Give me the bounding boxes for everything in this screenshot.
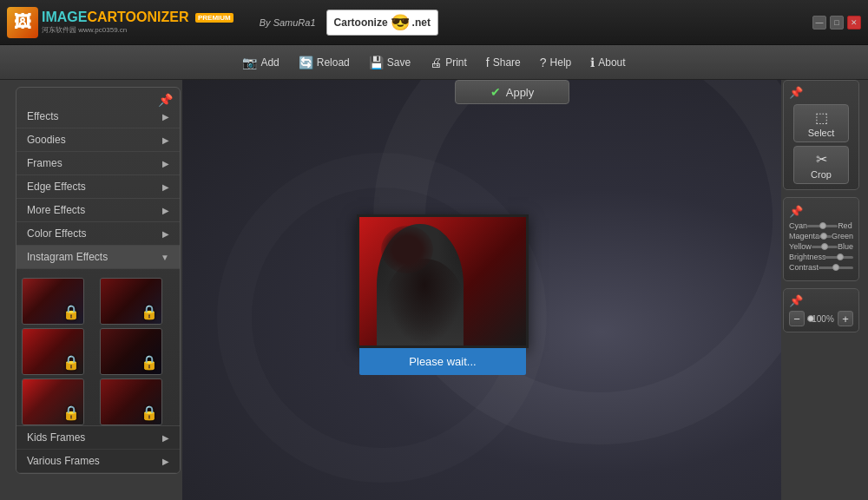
window-controls: — □ ✕ — [812, 16, 861, 30]
crop-button[interactable]: ✂ Crop — [793, 146, 849, 184]
edge-effects-label: Edge Effects — [27, 181, 86, 193]
yellow-blue-row: Yellow Blue — [789, 242, 853, 251]
print-icon: 🖨 — [430, 56, 442, 69]
more-effects-arrow-icon: ▶ — [162, 206, 169, 215]
portrait-head — [381, 226, 433, 273]
add-button[interactable]: 📷 Add — [233, 52, 287, 73]
print-label: Print — [445, 56, 467, 69]
thumb-item-1[interactable]: 🔒 — [22, 278, 84, 325]
select-button[interactable]: ⬚ Select — [793, 104, 849, 142]
add-icon: 📷 — [242, 56, 257, 69]
lock-icon-4: 🔒 — [141, 354, 158, 371]
share-icon: f — [486, 56, 490, 69]
zoom-in-icon: + — [842, 312, 849, 326]
goodies-arrow-icon: ▶ — [162, 135, 169, 145]
close-button[interactable]: ✕ — [847, 16, 861, 30]
by-author: By SamuRa1 — [260, 17, 316, 28]
cyan-red-thumb — [819, 222, 826, 229]
yellow-blue-slider[interactable] — [812, 246, 838, 248]
zoom-out-button[interactable]: − — [789, 311, 805, 326]
zoom-out-icon: − — [793, 312, 800, 326]
sidebar-menu: Effects ▶ Goodies ▶ Frames ▶ Edge Effect… — [16, 105, 180, 269]
lock-icon-3: 🔒 — [62, 354, 80, 371]
apply-bar: ✔ Apply — [330, 80, 694, 104]
frames-arrow-icon: ▶ — [162, 159, 169, 168]
logo-icon-box: 🖼 — [7, 7, 38, 38]
help-button[interactable]: ? Help — [531, 52, 580, 73]
sidebar-item-more-effects[interactable]: More Effects ▶ — [16, 199, 180, 222]
toolbar: 📷 Add 🔄 Reload 💾 Save 🖨 Print f Share ? … — [0, 45, 868, 80]
select-label: Select — [808, 128, 835, 138]
sidebar-item-color-effects[interactable]: Color Effects ▶ — [16, 222, 180, 246]
maximize-button[interactable]: □ — [830, 16, 844, 30]
lock-icon-2: 🔒 — [141, 304, 158, 320]
instagram-effects-label: Instagram Effects — [27, 251, 108, 263]
zoom-slider[interactable] — [807, 318, 808, 320]
brightness-thumb — [837, 253, 844, 260]
minimize-button[interactable]: — — [812, 16, 826, 30]
logo-title: IMAGECARTOONIZER PREMIUM — [42, 10, 233, 25]
print-button[interactable]: 🖨 Print — [421, 52, 476, 73]
zoom-in-button[interactable]: + — [838, 311, 853, 326]
sidebar-item-various-frames[interactable]: Various Frames ▶ — [16, 450, 180, 473]
tool-panel: 📌 ⬚ Select ✂ Crop — [783, 80, 859, 190]
thumb-item-6[interactable]: 🔒 — [100, 378, 162, 425]
thumb-item-4[interactable]: 🔒 — [100, 328, 162, 375]
logo-icon: 🖼 — [14, 12, 31, 32]
green-label: Green — [832, 232, 853, 240]
crop-label: Crop — [811, 169, 832, 180]
magenta-green-row: Magenta Green — [789, 232, 853, 240]
image-container: Please wait... — [357, 214, 529, 375]
save-button[interactable]: 💾 Save — [360, 52, 419, 73]
color-effects-label: Color Effects — [27, 227, 86, 240]
premium-badge: PREMIUM — [195, 13, 233, 23]
select-icon: ⬚ — [815, 109, 828, 126]
goodies-label: Goodies — [27, 134, 66, 146]
sidebar-item-effects[interactable]: Effects ▶ — [16, 105, 180, 128]
magenta-green-slider[interactable] — [817, 235, 832, 238]
logo-text-group: IMAGECARTOONIZER PREMIUM 河东软件园 www.pc035… — [42, 10, 233, 35]
image-text: IMAGE — [42, 10, 87, 24]
thumbnail-grid: 🔒 🔒 🔒 🔒 🔒 🔒 — [16, 273, 180, 431]
thumb-item-2[interactable]: 🔒 — [100, 278, 162, 325]
edge-effects-arrow-icon: ▶ — [162, 182, 169, 192]
cartoonize-net-badge: Cartoonize 😎 .net — [326, 10, 438, 36]
reload-icon: 🔄 — [299, 56, 313, 69]
red-label: Red — [838, 221, 853, 230]
help-icon: ? — [540, 56, 547, 69]
zoom-panel: 📌 − 100% + — [783, 288, 859, 332]
tool-panel-pin-icon: 📌 — [789, 86, 803, 99]
about-button[interactable]: ℹ About — [582, 52, 634, 73]
dot-net-label: .net — [412, 16, 431, 29]
apply-label: Apply — [506, 86, 535, 99]
lock-icon-5: 🔒 — [62, 405, 80, 421]
kids-frames-arrow-icon: ▶ — [162, 433, 169, 443]
about-label: About — [598, 56, 625, 69]
frames-label: Frames — [27, 157, 62, 169]
thumb-item-5[interactable]: 🔒 — [22, 378, 84, 425]
sidebar-item-goodies[interactable]: Goodies ▶ — [16, 128, 180, 152]
sidebar-item-kids-frames[interactable]: Kids Frames ▶ — [16, 426, 180, 450]
sidebar-pin-icon[interactable]: 📌 — [158, 93, 173, 107]
share-button[interactable]: f Share — [477, 52, 529, 73]
various-frames-label: Various Frames — [27, 455, 100, 467]
sidebar-item-frames[interactable]: Frames ▶ — [16, 152, 180, 175]
color-panel: 📌 Cyan Red Magenta Green Yellow Blue Bri… — [783, 197, 859, 281]
zoom-panel-pin-icon: 📌 — [789, 294, 853, 307]
yellow-blue-thumb — [821, 243, 828, 250]
cyan-red-slider[interactable] — [807, 225, 838, 227]
sidebar-item-edge-effects[interactable]: Edge Effects ▶ — [16, 175, 180, 199]
effects-label: Effects — [27, 110, 58, 122]
wait-bar: Please wait... — [359, 348, 526, 375]
check-icon: ✔ — [490, 85, 501, 99]
sidebar-item-instagram-effects[interactable]: Instagram Effects ▼ — [16, 246, 180, 269]
apply-button[interactable]: ✔ Apply — [455, 80, 570, 104]
contrast-row: Contrast — [789, 263, 853, 272]
reload-label: Reload — [317, 56, 350, 69]
zoom-thumb — [807, 315, 814, 322]
brightness-slider[interactable] — [824, 256, 853, 259]
contrast-slider[interactable] — [819, 266, 853, 269]
thumb-item-3[interactable]: 🔒 — [22, 328, 84, 375]
color-effects-arrow-icon: ▶ — [162, 229, 169, 239]
reload-button[interactable]: 🔄 Reload — [290, 52, 358, 73]
